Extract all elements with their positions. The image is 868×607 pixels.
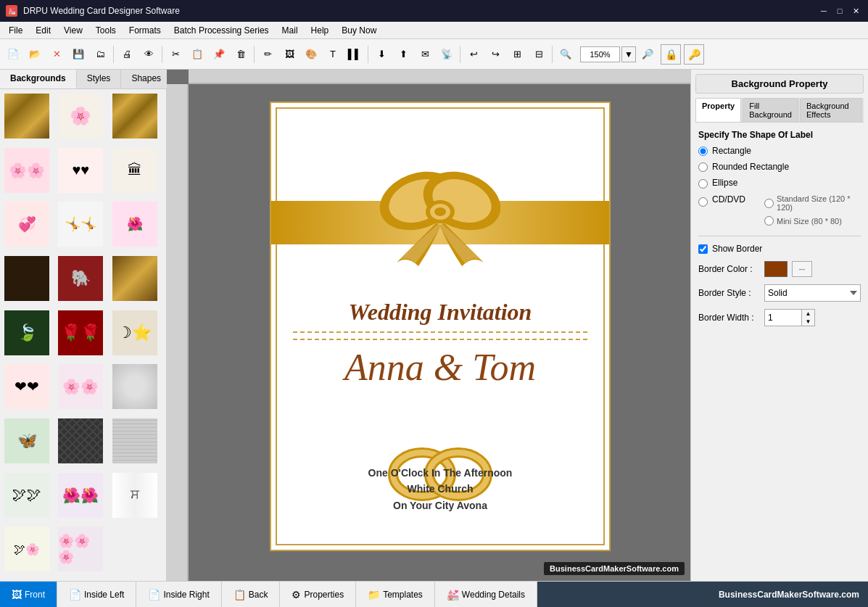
label-rectangle[interactable]: Rectangle	[712, 146, 751, 156]
bg-item[interactable]: 💞	[3, 200, 51, 248]
radio-standard-size[interactable]	[764, 199, 774, 208]
radio-rounded-rectangle[interactable]	[698, 162, 708, 172]
bg-item[interactable]	[3, 255, 51, 302]
label-cd-dvd[interactable]: CD/DVD	[712, 194, 745, 205]
scan-button[interactable]: 📡	[437, 44, 457, 65]
bg-item[interactable]: 🌹🌹	[57, 309, 104, 357]
bg-item[interactable]: 🌸	[57, 92, 104, 140]
undo-button[interactable]: ↩	[463, 44, 484, 65]
copy-button[interactable]: 📋	[187, 44, 207, 65]
tab-fill-background[interactable]: Fill Background	[743, 98, 798, 122]
import-button[interactable]: ⬇	[371, 44, 392, 65]
bg-item[interactable]: 🌺🌺	[57, 471, 104, 519]
open-button[interactable]: 📂	[25, 44, 45, 65]
close-button[interactable]: ✕	[849, 4, 862, 17]
menu-buynow[interactable]: Buy Now	[336, 24, 382, 37]
grid-button[interactable]: ⊟	[529, 44, 549, 65]
menu-mail[interactable]: Mail	[276, 24, 304, 37]
bg-item[interactable]: 🌸🌸🌸	[57, 525, 104, 573]
menu-formats[interactable]: Formats	[123, 24, 167, 37]
lock-button[interactable]: 🔒	[661, 44, 681, 65]
unlock-button[interactable]: 🔑	[684, 44, 704, 65]
bg-item[interactable]: 🏛	[111, 146, 159, 194]
save-button[interactable]: 💾	[68, 44, 88, 65]
label-ellipse[interactable]: Ellipse	[712, 178, 737, 188]
color-button[interactable]: 🎨	[301, 44, 321, 65]
zoom-out-button[interactable]: 🔎	[637, 44, 658, 65]
redo-button[interactable]: ↪	[485, 44, 505, 65]
border-width-down-button[interactable]: ▼	[801, 318, 814, 326]
image-button[interactable]: 🖼	[279, 44, 299, 65]
tab-shapes[interactable]: Shapes	[121, 70, 172, 88]
bg-item[interactable]	[111, 255, 159, 302]
checkbox-show-border[interactable]	[698, 244, 708, 254]
cut-button[interactable]: ✂	[165, 44, 186, 65]
zoom-input[interactable]: 150%	[580, 46, 620, 62]
label-show-border[interactable]: Show Border	[712, 244, 762, 254]
export-button[interactable]: ⬆	[393, 44, 413, 65]
paste-button[interactable]: 📌	[209, 44, 229, 65]
bg-item[interactable]	[111, 417, 159, 465]
bg-item[interactable]: 🕊🌸	[3, 525, 51, 573]
bg-item[interactable]	[111, 363, 159, 410]
email-button[interactable]: ✉	[415, 44, 435, 65]
menu-file[interactable]: File	[3, 24, 28, 37]
save-all-button[interactable]: 🗂	[90, 44, 110, 65]
zoom-in-button[interactable]: 🔍	[555, 44, 576, 65]
radio-mini-size[interactable]	[764, 216, 774, 226]
bg-item[interactable]: ☽⭐	[111, 309, 159, 357]
bg-item[interactable]: ♥♥	[57, 146, 104, 194]
label-mini-size[interactable]: Mini Size (80 * 80)	[777, 217, 842, 226]
bg-item[interactable]	[57, 417, 104, 465]
print-button[interactable]: 🖨	[117, 44, 137, 65]
maximize-button[interactable]: □	[833, 4, 846, 17]
menu-help[interactable]: Help	[305, 24, 335, 37]
bg-item[interactable]: ਸ	[111, 471, 159, 519]
menu-view[interactable]: View	[58, 24, 88, 37]
border-width-input[interactable]	[765, 310, 801, 326]
radio-rectangle[interactable]	[698, 146, 708, 156]
minimize-button[interactable]: ─	[817, 4, 830, 17]
tab-background-effects[interactable]: Background Effects	[800, 98, 862, 122]
tab-backgrounds[interactable]: Backgrounds	[0, 70, 77, 88]
status-tab-front[interactable]: 🖼 Front	[0, 582, 57, 607]
zoom-dropdown-button[interactable]: ▼	[621, 46, 636, 62]
menu-batch[interactable]: Batch Processing Series	[168, 24, 275, 37]
status-tab-wedding-details[interactable]: 💒 Wedding Details	[435, 582, 537, 607]
bg-item[interactable]: 🕊🕊	[3, 471, 51, 519]
align-button[interactable]: ⊞	[507, 44, 527, 65]
status-tab-templates[interactable]: 📁 Templates	[356, 582, 435, 607]
menu-edit[interactable]: Edit	[30, 24, 57, 37]
new-button[interactable]: 📄	[3, 44, 23, 65]
border-width-up-button[interactable]: ▲	[801, 310, 814, 318]
bg-item[interactable]: 🦋	[3, 417, 51, 465]
status-tab-back[interactable]: 📋 Back	[222, 582, 281, 607]
close-doc-button[interactable]: ✕	[46, 44, 67, 65]
bg-item[interactable]: 🌸🌸	[3, 146, 51, 194]
text-button[interactable]: T	[323, 44, 343, 65]
border-style-select[interactable]: Solid Dashed Dotted Double	[764, 284, 861, 302]
delete-button[interactable]: 🗑	[231, 44, 251, 65]
tab-styles[interactable]: Styles	[77, 70, 122, 88]
border-color-swatch[interactable]	[764, 261, 788, 277]
barcode-button[interactable]: ▌▌	[344, 44, 365, 65]
status-tab-properties[interactable]: ⚙ Properties	[280, 582, 356, 607]
bg-item[interactable]: 🐘	[57, 255, 104, 302]
bg-item[interactable]	[111, 92, 159, 140]
status-tab-inside-right[interactable]: 📄 Inside Right	[136, 582, 221, 607]
card-canvas[interactable]: Wedding Invitation Anna & Tom	[270, 102, 611, 551]
bg-item[interactable]: ❤❤	[3, 363, 51, 410]
bg-item[interactable]: 🌺	[111, 200, 159, 248]
bg-item[interactable]: 🍃	[3, 309, 51, 357]
draw-button[interactable]: ✏	[257, 44, 278, 65]
bg-item[interactable]: 🤸🤸	[57, 200, 104, 248]
tab-property[interactable]: Property	[695, 98, 741, 122]
radio-cd-dvd[interactable]	[698, 197, 708, 207]
label-standard-size[interactable]: Standard Size (120 * 120)	[777, 194, 861, 212]
preview-button[interactable]: 👁	[139, 44, 159, 65]
menu-tools[interactable]: Tools	[90, 24, 122, 37]
status-tab-inside-left[interactable]: 📄 Inside Left	[57, 582, 136, 607]
label-rounded-rectangle[interactable]: Rounded Rectangle	[712, 162, 789, 172]
radio-ellipse[interactable]	[698, 179, 708, 189]
bg-item[interactable]: 🌸🌸	[57, 363, 104, 410]
